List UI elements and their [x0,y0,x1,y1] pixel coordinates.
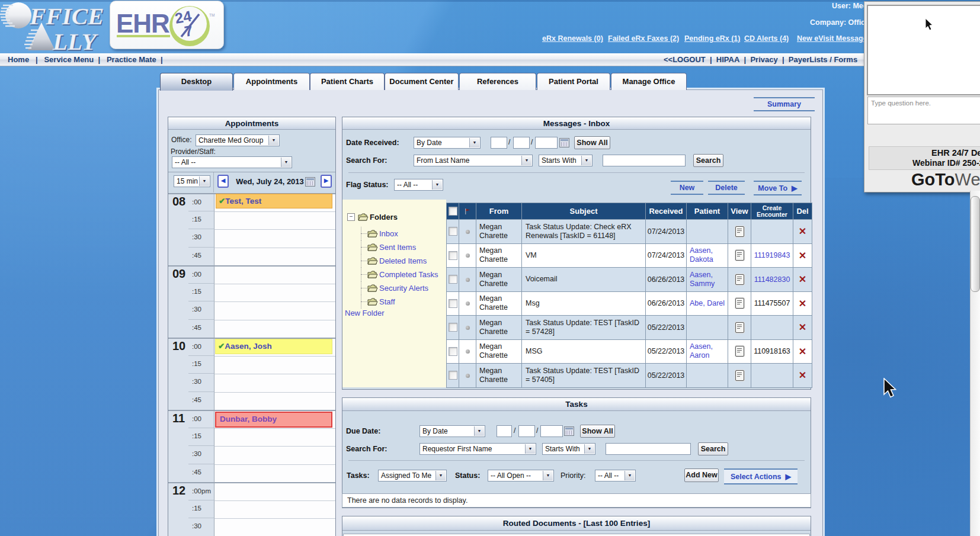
svg-text:LLY: LLY [52,28,99,54]
svg-text:TM: TM [209,13,214,17]
svg-text:EHR: EHR [116,9,169,38]
